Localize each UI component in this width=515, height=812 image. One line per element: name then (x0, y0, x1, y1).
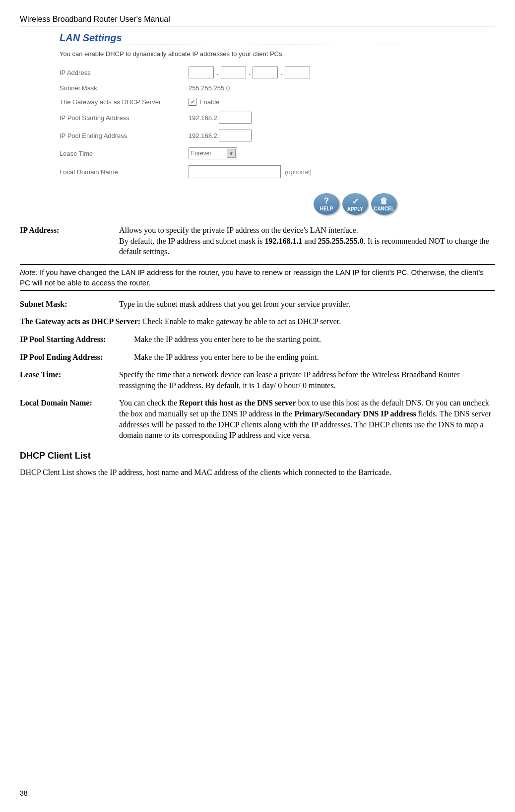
optional-label: (optional) (285, 168, 312, 176)
lease-time-value: Forever (191, 150, 211, 157)
pool-end-input[interactable] (219, 130, 252, 141)
help-button[interactable]: ? HELP (314, 193, 339, 215)
domain-name-input[interactable] (189, 165, 281, 178)
subnet-mask-field-label: Subnet Mask: (20, 299, 119, 310)
lan-settings-screenshot: LAN Settings You can enable DHCP to dyna… (60, 32, 397, 215)
dhcp-server-label: The Gateway acts as DHCP Server (60, 98, 189, 106)
page-header: Wireless Broadband Router User's Manual (20, 15, 495, 26)
enable-checkbox[interactable]: ✔ (189, 98, 196, 106)
ip-octet-1[interactable] (189, 67, 214, 78)
lease-time-label: Lease Time (60, 150, 189, 157)
lease-time-row: Lease Time Forever ▼ (60, 147, 397, 159)
lan-settings-title: LAN Settings (60, 32, 397, 45)
subnet-mask-label: Subnet Mask (60, 84, 189, 92)
ip-address-row: IP Address . . . (60, 67, 397, 78)
note-block: Note: If you have changed the LAN IP add… (20, 264, 495, 291)
pool-start-label: IP Pool Starting Address (60, 114, 189, 122)
ip-address-field: IP Address: Allows you to specify the pr… (20, 225, 495, 257)
subnet-mask-field: Subnet Mask: Type in the subnet mask add… (20, 299, 495, 310)
lease-time-field-label: Lease Time: (20, 369, 119, 391)
dhcp-client-list-heading: DHCP Client List (20, 451, 495, 461)
pool-start-field: IP Pool Starting Address:Make the IP add… (20, 334, 495, 345)
domain-name-label: Local Domain Name (60, 168, 189, 176)
help-label: HELP (320, 206, 333, 211)
pool-end-field: IP Pool Ending Address:Make the IP addre… (20, 352, 495, 363)
ip-octet-3[interactable] (253, 67, 278, 78)
pool-start-row: IP Pool Starting Address 192.168.2. (60, 112, 397, 124)
lease-time-field-desc: Specify the time that a network device c… (119, 369, 495, 391)
lease-time-field: Lease Time: Specify the time that a netw… (20, 369, 495, 391)
pool-end-label: IP Pool Ending Address (60, 132, 189, 139)
ip-octet-2[interactable] (221, 67, 246, 78)
question-icon: ? (324, 197, 329, 205)
domain-name-row: Local Domain Name (optional) (60, 165, 397, 178)
apply-label: APPLY (347, 206, 363, 212)
cancel-label: CANCEL (374, 206, 394, 211)
subnet-mask-value: 255.255.255.0 (189, 84, 230, 92)
local-domain-field: Local Domain Name: You can check the Rep… (20, 398, 495, 440)
pool-end-row: IP Pool Ending Address 192.168.2. (60, 130, 397, 141)
check-icon: ✓ (352, 197, 359, 206)
ip-address-label: IP Address (60, 69, 189, 76)
subnet-mask-row: Subnet Mask 255.255.255.0 (60, 84, 397, 92)
local-domain-field-label: Local Domain Name: (20, 398, 119, 440)
chevron-down-icon: ▼ (227, 149, 236, 158)
trash-icon: 🗑 (380, 197, 388, 205)
dhcp-client-list-body: DHCP Clent List shows the IP address, ho… (20, 467, 495, 478)
ip-address-field-desc: Allows you to specify the private IP add… (119, 225, 495, 257)
cancel-button[interactable]: 🗑 CANCEL (371, 193, 397, 215)
apply-button[interactable]: ✓ APPLY (342, 193, 368, 215)
pool-end-prefix: 192.168.2. (189, 132, 219, 139)
local-domain-field-desc: You can check the Report this host as th… (119, 398, 495, 440)
pool-start-prefix: 192.168.2. (189, 114, 219, 122)
ip-address-field-label: IP Address: (20, 225, 119, 257)
action-button-row: ? HELP ✓ APPLY 🗑 CANCEL (60, 193, 397, 215)
ip-octet-4[interactable] (285, 67, 310, 78)
subnet-mask-field-desc: Type in the subnet mask address that you… (119, 299, 495, 310)
lease-time-select[interactable]: Forever ▼ (189, 147, 237, 159)
pool-start-input[interactable] (219, 112, 252, 124)
lan-settings-description: You can enable DHCP to dynamically alloc… (60, 50, 397, 58)
gateway-dhcp-field: The Gateway acts as DHCP Server: Check E… (20, 316, 495, 327)
enable-label: Enable (199, 98, 219, 106)
dhcp-server-row: The Gateway acts as DHCP Server ✔ Enable (60, 98, 397, 106)
